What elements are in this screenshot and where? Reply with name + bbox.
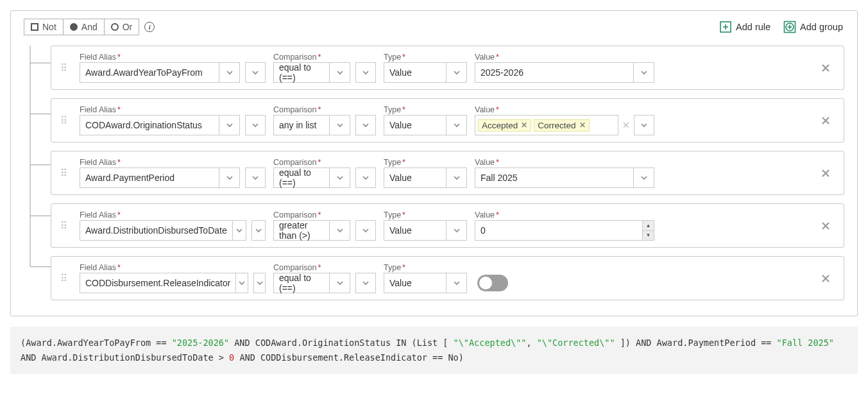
- chevron-down-icon[interactable]: [330, 167, 350, 188]
- remove-rule-button[interactable]: [817, 167, 835, 179]
- chevron-down-icon[interactable]: [233, 220, 246, 241]
- field-type: Type * Value: [384, 105, 467, 135]
- chevron-down-icon[interactable]: [219, 62, 240, 83]
- field-value: Value * Accepted ✕Corrected ✕ ✕: [475, 105, 654, 135]
- chevron-down-icon[interactable]: [330, 273, 350, 293]
- chevron-down-icon[interactable]: [219, 167, 240, 188]
- and-toggle[interactable]: And: [63, 19, 104, 35]
- field-label: Field Alias *: [80, 53, 266, 62]
- field-value: Value * 0 ▲ ▼: [475, 210, 654, 241]
- field_alias-value[interactable]: CODDisbursement.ReleaseIndicator: [80, 273, 236, 293]
- spinner-up[interactable]: ▲: [643, 221, 654, 230]
- comparison-value[interactable]: greater than (>): [273, 220, 330, 241]
- plus-circle-icon: [783, 21, 796, 33]
- chevron-down-icon[interactable]: [447, 220, 467, 241]
- chevron-down-icon[interactable]: [330, 115, 350, 135]
- field-value: [475, 275, 508, 293]
- chevron-down-icon[interactable]: [355, 273, 376, 293]
- chevron-down-icon[interactable]: [355, 115, 376, 135]
- chevron-down-icon[interactable]: [245, 167, 266, 188]
- remove-rule-button[interactable]: [817, 115, 835, 126]
- comparison-value[interactable]: equal to (==): [273, 62, 330, 83]
- or-toggle[interactable]: Or: [104, 19, 139, 35]
- chevron-down-icon[interactable]: [355, 220, 376, 241]
- remove-rule-button[interactable]: [817, 62, 835, 74]
- field-label: Type *: [384, 53, 467, 62]
- remove-tag-icon[interactable]: ✕: [521, 121, 527, 130]
- add-rule-button[interactable]: Add rule: [718, 19, 772, 35]
- field-comparison: Comparison * equal to (==): [273, 53, 376, 83]
- type-value[interactable]: Value: [384, 220, 447, 241]
- field_alias-value[interactable]: Award.PaymentPeriod: [80, 167, 219, 188]
- drag-handle-icon[interactable]: ⠿: [60, 171, 73, 176]
- field-label: Type *: [384, 263, 467, 272]
- chevron-down-icon[interactable]: [447, 62, 467, 83]
- info-icon[interactable]: i: [144, 22, 155, 32]
- chevron-down-icon[interactable]: [634, 62, 654, 83]
- field-label: Value *: [475, 53, 654, 62]
- field-label: Value *: [475, 210, 654, 219]
- field-label: Field Alias *: [80, 210, 266, 219]
- field-comparison: Comparison * any in list: [273, 105, 376, 135]
- value-input[interactable]: 2025-2026: [475, 62, 634, 83]
- chevron-down-icon[interactable]: [245, 115, 266, 135]
- clear-tags-icon[interactable]: ✕: [618, 120, 634, 130]
- header-actions: Add rule Add group: [718, 19, 844, 35]
- not-toggle[interactable]: Not: [24, 19, 63, 35]
- chevron-down-icon[interactable]: [447, 115, 467, 135]
- field-field_alias: Field Alias * CODDisbursement.ReleaseInd…: [80, 263, 266, 293]
- remove-tag-icon[interactable]: ✕: [579, 121, 586, 130]
- type-value[interactable]: Value: [384, 273, 447, 293]
- chevron-down-icon[interactable]: [236, 273, 248, 293]
- number-spinner: ▲ ▼: [643, 220, 654, 241]
- type-value[interactable]: Value: [384, 115, 447, 135]
- drag-handle-icon[interactable]: ⠿: [60, 118, 73, 123]
- spinner-down[interactable]: ▼: [643, 230, 654, 241]
- chevron-down-icon[interactable]: [330, 62, 350, 83]
- field-type: Type * Value: [384, 158, 467, 188]
- remove-rule-button[interactable]: [817, 273, 835, 284]
- field-type: Type * Value: [384, 263, 467, 293]
- field-field_alias: Field Alias * Award.DistributionDisburse…: [80, 210, 266, 241]
- builder-header: Not And Or i Add rule: [24, 19, 844, 35]
- chevron-down-icon[interactable]: [447, 167, 467, 188]
- chevron-down-icon[interactable]: [253, 273, 266, 293]
- rule-row: ⠿ Field Alias * Award.DistributionDisbur…: [51, 203, 844, 248]
- comparison-value[interactable]: equal to (==): [273, 167, 330, 188]
- checkbox-icon: [31, 23, 38, 31]
- field_alias-value[interactable]: CODAward.OriginationStatus: [80, 115, 219, 135]
- drag-handle-icon[interactable]: ⠿: [60, 276, 73, 281]
- value-toggle[interactable]: [477, 275, 508, 291]
- chevron-down-icon[interactable]: [634, 167, 654, 188]
- field-label: Type *: [384, 105, 467, 114]
- type-value[interactable]: Value: [384, 62, 447, 83]
- value-tags-input[interactable]: Accepted ✕Corrected ✕: [475, 115, 618, 135]
- rule-fields: Field Alias * Award.AwardYearToPayFrom C…: [80, 53, 813, 83]
- comparison-value[interactable]: any in list: [273, 115, 330, 135]
- field-label: Value *: [475, 105, 654, 114]
- field-label: Comparison *: [273, 53, 376, 62]
- chevron-down-icon[interactable]: [634, 115, 654, 135]
- chevron-down-icon[interactable]: [447, 273, 467, 293]
- rules-area: ⠿ Field Alias * Award.AwardYearToPayFrom…: [24, 46, 844, 300]
- field_alias-value[interactable]: Award.DistributionDisbursedToDate: [80, 220, 233, 241]
- add-group-button[interactable]: Add group: [782, 19, 844, 35]
- chevron-down-icon[interactable]: [251, 220, 266, 241]
- chevron-down-icon[interactable]: [355, 167, 376, 188]
- field-value: Value * Fall 2025: [475, 158, 654, 188]
- rule-fields: Field Alias * Award.DistributionDisburse…: [80, 210, 813, 241]
- chevron-down-icon[interactable]: [355, 62, 376, 83]
- drag-handle-icon[interactable]: ⠿: [60, 65, 73, 71]
- field-type: Type * Value: [384, 210, 467, 241]
- chevron-down-icon[interactable]: [219, 115, 240, 135]
- remove-rule-button[interactable]: [817, 220, 835, 232]
- value-number-input[interactable]: 0: [475, 220, 643, 241]
- value-input[interactable]: Fall 2025: [475, 167, 634, 188]
- field_alias-value[interactable]: Award.AwardYearToPayFrom: [80, 62, 219, 83]
- rules-list: ⠿ Field Alias * Award.AwardYearToPayFrom…: [51, 46, 844, 300]
- chevron-down-icon[interactable]: [330, 220, 350, 241]
- drag-handle-icon[interactable]: ⠿: [60, 223, 73, 228]
- chevron-down-icon[interactable]: [245, 62, 266, 83]
- comparison-value[interactable]: equal to (==): [273, 273, 330, 293]
- type-value[interactable]: Value: [384, 167, 447, 188]
